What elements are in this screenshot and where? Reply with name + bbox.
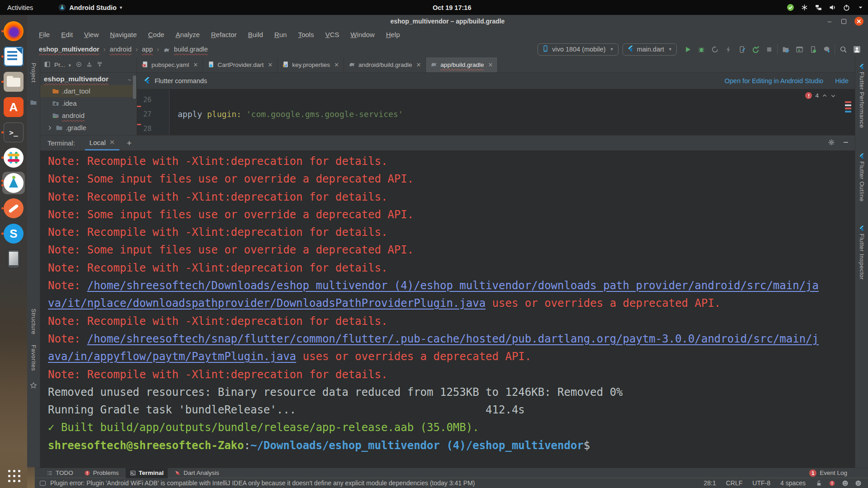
tree-item-eshopmultivendor[interactable]: eshop_multivendor [40,73,137,85]
power-icon[interactable] [843,4,850,11]
window-titlebar[interactable]: eshop_multivendor – app/build.gradle – ✕ [27,15,868,28]
tool-stripe-structure[interactable]: Structure [30,309,37,334]
star-icon[interactable] [30,382,37,389]
tree-item-android[interactable]: android [40,109,137,122]
terminal-output[interactable]: Note: Recompile with -Xlint:deprecation … [40,150,855,468]
editor-code[interactable]: apply plugin: 'com.google.gms.google-ser… [170,89,855,135]
expand-all-icon[interactable] [96,61,103,69]
close-icon[interactable]: ✕ [193,61,198,68]
tool-button-todo[interactable]: TODO [42,468,77,478]
folder-icon[interactable] [30,99,37,106]
breadcrumb-item[interactable]: build.gradle [174,46,208,53]
hide-banner-link[interactable]: Hide [835,77,849,84]
tool-button-problems[interactable]: Problems [80,468,123,478]
editor-tab-keyproperties[interactable]: key.properties✕ [278,57,344,72]
close-icon[interactable]: ✕ [334,61,339,68]
dock-item-firefox[interactable] [1,19,26,44]
dock-item-android-studio[interactable] [1,170,26,196]
stop-button[interactable] [762,43,776,56]
asterisk-icon[interactable] [801,4,808,11]
run-config-selector[interactable]: main.dart ▼ [623,43,677,56]
dock-item-files[interactable] [1,69,26,94]
hot-restart-button[interactable] [749,43,762,56]
tool-stripe-flutter-performance[interactable]: Flutter Performance [859,64,865,128]
volume-icon[interactable] [829,4,836,11]
inspection-widget[interactable]: ! 4 [805,92,836,99]
device-file-explorer-button[interactable] [779,43,793,56]
debug-button[interactable] [694,43,708,56]
logcat-button[interactable] [793,43,806,56]
breadcrumb-item[interactable]: eshop_multivendor [39,46,99,53]
lock-icon[interactable] [816,480,822,487]
menu-edit[interactable]: Edit [61,31,73,38]
tree-scrollbar[interactable] [133,75,136,99]
activities-button[interactable]: Activities [0,4,40,11]
file-path-link[interactable]: ava/in/appyflow/paytm/PaytmPlugin.java [48,350,296,363]
dock-item-terminal[interactable]: >_ [1,120,26,145]
hot-reload-button[interactable] [722,43,735,56]
locate-icon[interactable] [75,61,82,69]
menu-code[interactable]: Code [148,31,165,38]
menu-view[interactable]: View [84,31,99,38]
tool-stripe-favorites[interactable]: Favorites [30,345,37,371]
breadcrumb-item[interactable]: app [142,46,153,53]
editor-tab-pubspecyaml[interactable]: pubspec.yaml✕ [137,57,203,72]
menu-navigate[interactable]: Navigate [110,31,137,38]
attach-debugger-button[interactable] [735,43,749,56]
chevron-down-icon[interactable] [830,93,836,99]
dock-item-ubuntu-software[interactable]: A [1,94,26,120]
close-icon[interactable]: ✕ [488,61,493,68]
menu-help[interactable]: Help [386,31,400,38]
sdk-manager-button[interactable] [820,43,833,56]
close-icon[interactable]: ✕ [416,61,421,68]
system-tray[interactable] [787,4,864,11]
tree-item-darttool[interactable]: .dart_tool [40,85,137,97]
tool-button-dart-analysis[interactable]: Dart Analysis [170,468,223,478]
tree-item-gradle[interactable]: .gradle [40,122,137,134]
editor-tab-androidbuildgradle[interactable]: android/build.gradle✕ [344,57,426,72]
menu-window[interactable]: Window [350,31,374,38]
device-manager-button[interactable] [806,43,820,56]
chevron-right-icon[interactable] [47,125,53,131]
menu-build[interactable]: Build [248,31,263,38]
indent-setting[interactable]: 4 spaces [780,479,806,487]
open-in-android-studio-link[interactable]: Open for Editing in Android Studio [725,77,823,84]
device-selector[interactable]: vivo 1804 (mobile) ▼ [538,43,618,56]
tool-button-terminal[interactable]: Terminal [126,468,168,478]
tree-item-idea[interactable]: .idea [40,97,137,109]
project-view-selector[interactable]: Pr... ▼ [54,61,72,68]
error-stripe[interactable] [845,101,851,114]
new-terminal-button[interactable]: + [127,138,132,148]
terminal-tab-local[interactable]: Local ✕ [85,136,119,150]
event-log-button[interactable]: 1Event Log [809,469,847,477]
status-ok-icon[interactable] [787,4,794,11]
caret-position[interactable]: 28:1 [703,479,716,487]
dock-item-postman[interactable] [1,196,26,221]
tool-stripe-project[interactable]: Project [30,63,37,83]
menu-refactor[interactable]: Refactor [211,31,237,38]
chevron-down-icon[interactable] [857,4,864,11]
menu-analyze[interactable]: Analyze [175,31,199,38]
editor-tab-CartProviderdart[interactable]: CartProvider.dart✕ [203,57,278,72]
dock-item-libreoffice-writer[interactable] [1,44,26,69]
close-icon[interactable]: ✕ [109,138,115,146]
dock-item-show-applications[interactable] [1,463,26,488]
close-button[interactable]: ✕ [854,17,863,26]
network-icon[interactable] [815,4,822,11]
menu-run[interactable]: Run [274,31,287,38]
breadcrumb-item[interactable]: android [110,46,132,53]
editor[interactable]: 262728 apply plugin: 'com.google.gms.goo… [137,89,855,135]
close-icon[interactable]: ✕ [268,61,273,68]
hide-panel-icon[interactable] [842,139,849,147]
file-path-link[interactable]: /home/shreesoftech/Downloads/eshop_multi… [87,279,819,292]
editor-tab-appbuildgradle[interactable]: app/build.gradle✕ [426,57,498,72]
run-button[interactable] [681,43,694,56]
clock[interactable]: Oct 19 17:16 [433,4,471,11]
menu-tools[interactable]: Tools [298,31,314,38]
terminal-settings-icon[interactable] [828,139,835,147]
app-menu[interactable]: Android Studio ▾ [58,4,122,11]
line-separator[interactable]: CRLF [726,479,743,487]
tool-stripe-flutter-outline[interactable]: Flutter Outline [859,153,865,202]
status-message[interactable]: Plugin error: Plugin 'Android WiFi ADB' … [50,479,475,487]
profile-button[interactable] [708,43,722,56]
